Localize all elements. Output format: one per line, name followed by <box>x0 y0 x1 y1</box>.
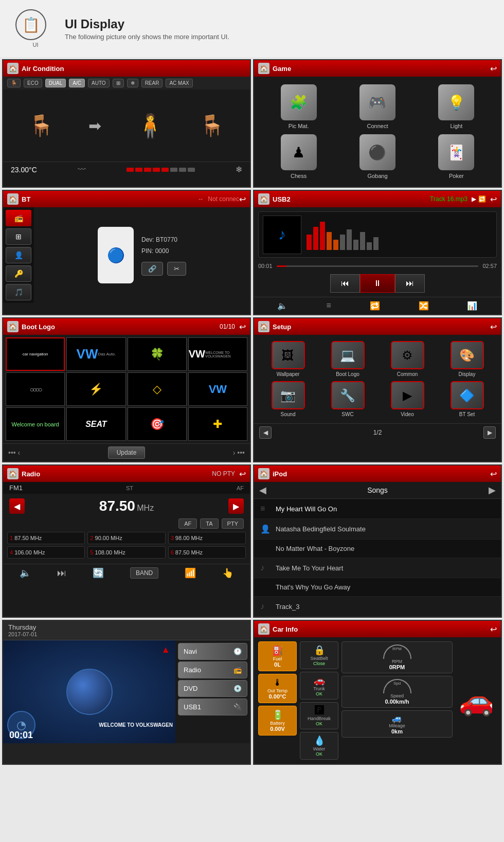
setup-item-swc[interactable]: 🔧 SWC <box>320 381 375 417</box>
navi-menu-usb1[interactable]: USB1 🔌 <box>178 698 247 715</box>
bt-radio-btn[interactable]: 📻 <box>6 210 31 226</box>
ac-rear-btn[interactable]: REAR <box>141 79 163 87</box>
boot-home-icon[interactable]: 🏠 <box>7 321 19 332</box>
game-item-chess[interactable]: ♟ Chess <box>262 134 335 179</box>
game-item-picmat[interactable]: 🧩 Pic Mat. <box>262 84 335 129</box>
ac-eco-btn[interactable]: ECO <box>24 79 42 87</box>
setup-item-wallpaper[interactable]: 🖼 Wallpaper <box>260 341 316 377</box>
game-item-gobang[interactable]: ⚫ Gobang <box>340 134 414 179</box>
boot-item-seat[interactable]: SEAT <box>66 407 125 441</box>
carinfo-home-icon[interactable]: 🏠 <box>258 623 269 635</box>
boot-item-buick[interactable]: 🎯 <box>128 407 187 441</box>
ipod-nav-back[interactable]: ◀ <box>259 485 266 496</box>
carinfo-back-icon[interactable]: ↩ <box>490 624 497 634</box>
boot-item-vw1[interactable]: VW Das Auto. <box>66 337 125 371</box>
boot-item-audi[interactable]: ○○○○ <box>6 372 65 406</box>
radio-freq-down[interactable]: ◀ <box>9 498 25 514</box>
ipod-song-1[interactable]: ≡ My Heart Will Go On <box>254 499 501 519</box>
setup-item-display[interactable]: 🎨 Display <box>439 341 495 377</box>
bt-connect-btn[interactable]: 🔗 <box>141 262 163 276</box>
ipod-home-icon[interactable]: 🏠 <box>258 468 269 479</box>
radio-af-btn[interactable]: AF <box>178 518 197 529</box>
boot-item-chevy[interactable]: ✚ <box>188 407 247 441</box>
radio-preset-3[interactable]: 3 98.00 MHz <box>168 532 246 544</box>
boot-item-opel[interactable]: ⚡ <box>66 372 125 406</box>
game-back-icon[interactable]: ↩ <box>490 64 497 74</box>
boot-item-vw3[interactable]: VW <box>188 372 247 406</box>
boot-item-nav[interactable]: car navigation <box>6 337 65 371</box>
boot-item-renault[interactable]: ◇ <box>128 372 187 406</box>
ac-bar-2 <box>135 168 142 172</box>
setup-home-icon[interactable]: 🏠 <box>258 321 269 332</box>
radio-skip-icon[interactable]: ⏭ <box>57 568 66 579</box>
setup-item-btset[interactable]: 🔷 BT Set <box>439 381 495 417</box>
radio-home-icon[interactable]: 🏠 <box>7 468 19 479</box>
navi-menu-dvd[interactable]: DVD 💿 <box>178 680 247 697</box>
boot-item-skoda[interactable]: 🍀 <box>128 337 187 371</box>
ac-seat-icon[interactable]: 🪑 <box>7 79 21 87</box>
bt-back-icon[interactable]: ↩ <box>239 194 246 204</box>
setup-next-btn[interactable]: ▶ <box>483 426 496 439</box>
ac-grid-btn[interactable]: ⊞ <box>113 79 124 87</box>
ac-auto-btn[interactable]: AUTO <box>88 79 110 87</box>
usb2-next-btn[interactable]: ⏭ <box>395 274 425 293</box>
setup-item-video[interactable]: ▶ Video <box>380 381 435 417</box>
setup-item-bootlogo[interactable]: 💻 Boot Logo <box>320 341 375 377</box>
ipod-song-6[interactable]: ♪ Track_3 <box>254 597 501 617</box>
usb2-loop-icon[interactable]: 🔁 <box>366 299 384 312</box>
usb2-prev-btn[interactable]: ⏮ <box>330 274 360 293</box>
bt-key-btn[interactable]: 🔑 <box>6 265 31 282</box>
ac-snow-btn[interactable]: ❄ <box>127 79 138 87</box>
usb2-pause-btn[interactable]: ⏸ <box>360 274 395 293</box>
radio-preset-2[interactable]: 2 90.00 MHz <box>87 532 165 544</box>
radio-preset-4[interactable]: 4 106.00 MHz <box>7 546 85 559</box>
navi-menu-radio[interactable]: Radio 📻 <box>178 661 247 678</box>
bt-grid-btn[interactable]: ⊞ <box>6 228 31 245</box>
radio-ta-btn[interactable]: TA <box>200 518 218 529</box>
usb2-shuffle-icon[interactable]: 🔀 <box>415 299 433 312</box>
ac-acmax-btn[interactable]: AC MAX <box>166 79 192 87</box>
game-item-connect[interactable]: 🎮 Connect <box>340 84 414 129</box>
setup-item-sound[interactable]: 📷 Sound <box>260 381 316 417</box>
ac-dual-btn[interactable]: DUAL <box>45 79 66 87</box>
ac-ac-btn[interactable]: A/C <box>69 79 85 87</box>
navi-menu-navi[interactable]: Navi 🕐 <box>178 643 247 660</box>
bt-disconnect-btn[interactable]: ✂ <box>167 262 186 276</box>
ipod-song-4[interactable]: ♪ Take Me To Your Heart <box>254 558 501 578</box>
radio-volume-icon[interactable]: 🔈 <box>20 567 31 579</box>
radio-band-btn[interactable]: BAND <box>130 567 158 579</box>
radio-pty-btn[interactable]: PTY <box>222 518 244 529</box>
bt-contacts-btn[interactable]: 👤 <box>6 247 31 263</box>
progress-track[interactable] <box>277 265 479 267</box>
radio-freq-up[interactable]: ▶ <box>228 498 244 514</box>
radio-scan-icon[interactable]: 🔄 <box>93 567 104 579</box>
bt-home-icon[interactable]: 🏠 <box>7 193 19 205</box>
radio-preset-1[interactable]: 1 87.50 MHz <box>7 532 85 544</box>
ipod-nav-fwd[interactable]: ▶ <box>489 485 496 496</box>
ipod-back-icon[interactable]: ↩ <box>490 469 497 479</box>
radio-back-icon[interactable]: ↩ <box>239 469 246 479</box>
boot-item-vw2[interactable]: VW WELCOME TO VOLKSWAGEN <box>188 337 247 371</box>
radio-touch-icon[interactable]: 👆 <box>222 567 233 579</box>
usb2-volume-icon[interactable]: 🔈 <box>273 299 292 312</box>
setup-back-icon[interactable]: ↩ <box>490 322 497 332</box>
usb2-list-icon[interactable]: ≡ <box>322 299 335 312</box>
setup-item-common[interactable]: ⚙ Common <box>380 341 435 377</box>
usb2-home-icon[interactable]: 🏠 <box>258 193 269 205</box>
ipod-song-3[interactable]: No Matter What - Boyzone <box>254 540 501 558</box>
ipod-song-5[interactable]: That's Why You Go Away <box>254 578 501 597</box>
game-item-light[interactable]: 💡 Light <box>420 84 493 129</box>
game-home-icon[interactable]: 🏠 <box>258 63 269 74</box>
radio-preset-6[interactable]: 6 87.50 MHz <box>168 546 246 559</box>
boot-back-icon[interactable]: ↩ <box>239 322 246 332</box>
usb2-eq-icon[interactable]: 📊 <box>463 299 481 312</box>
boot-update-btn[interactable]: Update <box>108 446 146 459</box>
ipod-song-2[interactable]: 👤 Natasha Bedingfield Soulmate <box>254 519 501 540</box>
setup-prev-btn[interactable]: ◀ <box>259 426 272 439</box>
game-item-poker[interactable]: 🃏 Poker <box>420 134 493 179</box>
bt-music-btn[interactable]: 🎵 <box>6 284 31 300</box>
radio-preset-5[interactable]: 5 108.00 MHz <box>87 546 165 559</box>
boot-item-wolfit[interactable]: Welcome on board <box>6 407 65 441</box>
ac-home-icon[interactable]: 🏠 <box>7 63 19 74</box>
usb2-back-icon[interactable]: ↩ <box>490 194 497 204</box>
